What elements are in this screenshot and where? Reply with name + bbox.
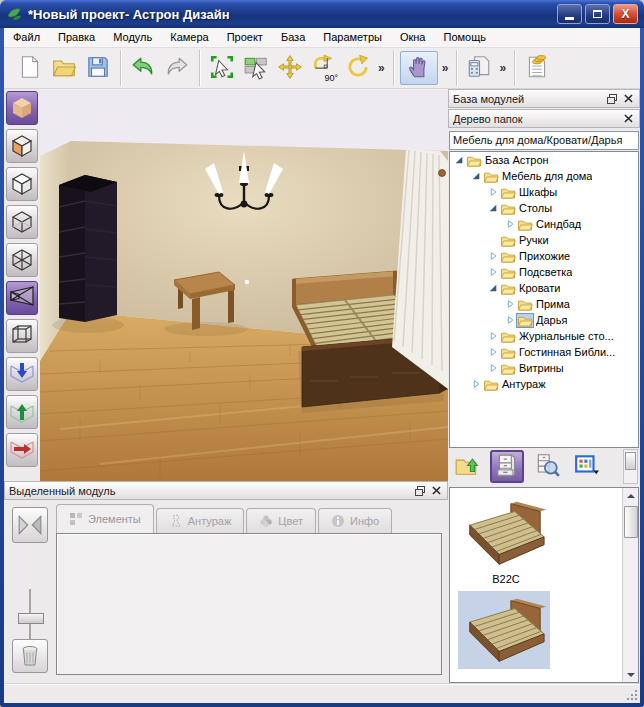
tab-Элементы[interactable]: Элементы <box>56 504 154 533</box>
scroll-down-icon[interactable] <box>623 667 638 682</box>
view-mode-button[interactable] <box>570 450 604 483</box>
tab-Инфо[interactable]: Инфо <box>318 508 392 533</box>
tree-item[interactable]: Столы <box>450 200 638 216</box>
menu-item-Окна[interactable]: Окна <box>391 29 435 45</box>
expand-toggle-icon[interactable] <box>487 186 499 198</box>
module-thumbnail[interactable] <box>458 591 554 669</box>
view-orthogonal-button[interactable] <box>6 319 38 353</box>
mirror-button[interactable] <box>12 507 48 543</box>
close-panel-icon[interactable] <box>621 92 635 105</box>
menu-item-Модуль[interactable]: Модуль <box>104 29 161 45</box>
menu-item-Камера[interactable]: Камера <box>161 29 217 45</box>
menu-item-Правка[interactable]: Правка <box>49 29 104 45</box>
minimize-button[interactable] <box>557 4 582 24</box>
expand-toggle-icon[interactable] <box>487 330 499 342</box>
tree-item[interactable]: Витрины <box>450 360 638 376</box>
redo-icon <box>164 54 190 83</box>
view-front-button[interactable] <box>6 395 38 429</box>
expand-toggle-icon[interactable] <box>470 378 482 390</box>
open-folder-button[interactable] <box>48 52 80 84</box>
view-wireframe-button[interactable] <box>6 243 38 277</box>
tab-Цвет[interactable]: Цвет <box>246 508 316 533</box>
tree-item[interactable]: Прихожие <box>450 248 638 264</box>
close-button[interactable]: X <box>613 4 638 24</box>
close-panel-icon[interactable] <box>621 112 635 125</box>
tree-item[interactable]: Дарья <box>450 312 638 328</box>
maximize-button[interactable] <box>585 4 610 24</box>
collapse-toggle-icon[interactable] <box>487 282 499 294</box>
select-modules-button[interactable] <box>240 52 272 84</box>
thumbnail-scrollbar[interactable] <box>622 488 638 682</box>
bookshelf[interactable] <box>59 175 117 322</box>
view-top-button[interactable] <box>6 357 38 391</box>
select-frame-button[interactable] <box>206 52 238 84</box>
view-side-button[interactable] <box>6 433 38 467</box>
scroll-up-icon[interactable] <box>623 488 638 503</box>
module-thumbnail[interactable]: B22C <box>458 494 554 585</box>
toolbar-overflow-chevron[interactable]: » <box>496 61 509 75</box>
expand-toggle-icon[interactable] <box>487 266 499 278</box>
expand-toggle-icon[interactable] <box>487 250 499 262</box>
tree-item[interactable]: Синдбад <box>450 216 638 232</box>
expand-toggle-icon[interactable] <box>487 362 499 374</box>
collapse-toggle-icon[interactable] <box>470 170 482 182</box>
slider-handle[interactable] <box>18 613 44 624</box>
float-panel-icon[interactable] <box>413 484 427 497</box>
save-button[interactable] <box>82 52 114 84</box>
move-button[interactable] <box>274 52 306 84</box>
expand-toggle-icon[interactable] <box>504 218 516 230</box>
price-list-button[interactable] <box>521 52 553 84</box>
tree-item[interactable]: Прима <box>450 296 638 312</box>
toolbar-overflow-chevron[interactable]: » <box>375 61 388 75</box>
tree-item[interactable]: Мебель для дома <box>450 168 638 184</box>
tab-Антураж[interactable]: Антураж <box>156 508 245 533</box>
menu-item-Файл[interactable]: Файл <box>4 29 49 45</box>
view-perspective-button[interactable] <box>6 281 38 315</box>
close-panel-icon[interactable] <box>429 484 443 497</box>
scrollbar-thumb[interactable] <box>624 506 638 538</box>
tree-item[interactable]: Подсветка <box>450 264 638 280</box>
hand-button[interactable] <box>400 51 438 85</box>
view-hidden-line-button[interactable] <box>6 205 38 239</box>
tree-item[interactable]: Журнальные сто... <box>450 328 638 344</box>
expand-toggle-icon[interactable] <box>504 298 516 310</box>
viewport-3d[interactable] <box>40 89 448 481</box>
menu-item-Помощь[interactable]: Помощь <box>434 29 495 45</box>
undo-button[interactable] <box>127 52 159 84</box>
collapse-toggle-icon[interactable] <box>487 202 499 214</box>
collapse-toggle-icon[interactable] <box>453 154 465 166</box>
view-solid-outline-button[interactable] <box>6 129 38 163</box>
expand-toggle-icon[interactable] <box>504 314 516 326</box>
tools-scrollbar[interactable] <box>623 449 638 484</box>
menu-item-Проект[interactable]: Проект <box>218 29 272 45</box>
toolbar-overflow-chevron[interactable]: » <box>439 61 452 75</box>
redo-button[interactable] <box>161 52 193 84</box>
expand-toggle-icon[interactable] <box>487 346 499 358</box>
tree-item[interactable]: Антураж <box>450 376 638 392</box>
title-bar[interactable]: *Новый проект- Астрон Дизайн X <box>0 0 644 28</box>
current-path-input[interactable] <box>449 131 639 150</box>
menu-item-База[interactable]: База <box>272 29 314 45</box>
cabinet-search-button[interactable] <box>530 450 564 483</box>
calculator-button[interactable] <box>463 52 495 84</box>
resize-grip[interactable] <box>626 689 638 701</box>
rotate-90-button[interactable]: 90° <box>308 52 340 84</box>
folder-up-button[interactable] <box>450 450 484 483</box>
rotate-button[interactable] <box>342 52 374 84</box>
delete-module-button[interactable] <box>12 639 48 673</box>
cabinet-button[interactable] <box>490 450 524 483</box>
tools-scrollbar-thumb[interactable] <box>625 452 636 470</box>
folder-tree-header[interactable]: Дерево папок <box>448 109 640 128</box>
view-solid-button[interactable] <box>6 91 38 125</box>
float-panel-icon[interactable] <box>605 92 619 105</box>
module-database-header[interactable]: База модулей <box>448 89 640 108</box>
selected-module-header[interactable]: Выделенный модуль <box>4 481 448 500</box>
tree-item[interactable]: Гостинная Библи... <box>450 344 638 360</box>
tree-item[interactable]: База Астрон <box>450 152 638 168</box>
tree-item[interactable]: Ручки <box>450 232 638 248</box>
tree-item[interactable]: Кровати <box>450 280 638 296</box>
view-white-button[interactable] <box>6 167 38 201</box>
new-document-button[interactable] <box>14 52 46 84</box>
menu-item-Параметры[interactable]: Параметры <box>314 29 391 45</box>
tree-item[interactable]: Шкафы <box>450 184 638 200</box>
